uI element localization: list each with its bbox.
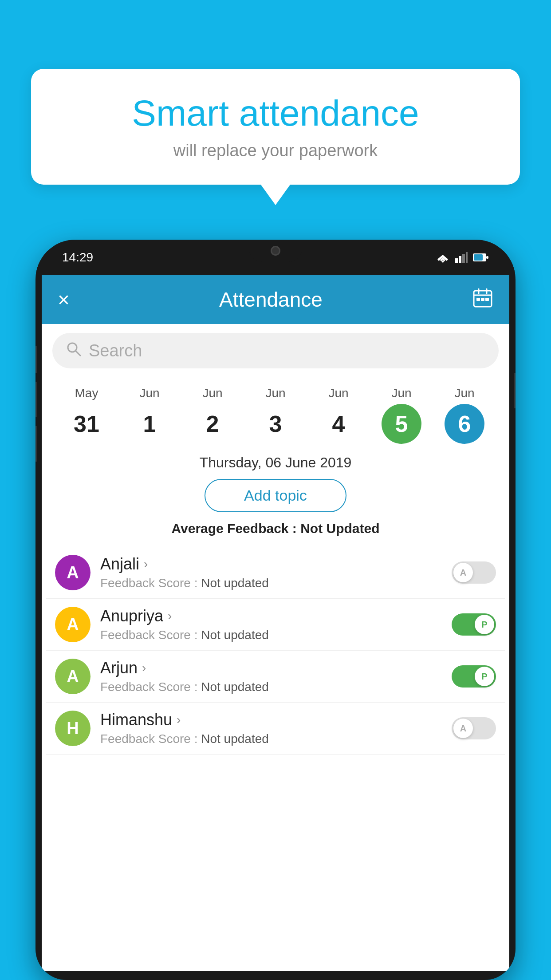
chevron-right-icon: ›	[144, 557, 148, 571]
toggle-knob: A	[453, 563, 473, 582]
svg-rect-5	[462, 254, 465, 263]
student-feedback: Feedback Score : Not updated	[100, 732, 442, 746]
student-info: Arjun ›Feedback Score : Not updated	[100, 659, 442, 694]
bubble-title: Smart attendance	[58, 93, 493, 133]
toggle-knob: P	[475, 615, 494, 634]
chevron-right-icon: ›	[142, 661, 146, 675]
svg-point-2	[442, 261, 444, 263]
toggle-switch[interactable]: P	[452, 613, 496, 636]
svg-rect-6	[466, 252, 468, 263]
signal-icon	[455, 252, 468, 263]
chevron-right-icon: ›	[168, 609, 172, 623]
toggle-knob: A	[453, 719, 473, 738]
volume-down-button[interactable]	[35, 426, 37, 462]
student-item[interactable]: AAnjali ›Feedback Score : Not updatedA	[46, 547, 505, 599]
svg-rect-14	[476, 298, 480, 301]
toggle-knob: P	[475, 667, 494, 686]
cal-day-number: 31	[67, 404, 106, 444]
cal-month-label: Jun	[202, 386, 222, 400]
student-item[interactable]: AArjun ›Feedback Score : Not updatedP	[46, 651, 505, 703]
student-feedback: Feedback Score : Not updated	[100, 680, 442, 694]
student-info: Anjali ›Feedback Score : Not updated	[100, 555, 442, 590]
search-bar[interactable]: Search	[52, 333, 499, 368]
cal-month-label: May	[75, 386, 98, 400]
average-feedback: Average Feedback : Not Updated	[42, 521, 509, 536]
attendance-toggle[interactable]: P	[452, 665, 496, 688]
svg-rect-16	[485, 298, 489, 301]
avatar: A	[55, 555, 91, 590]
phone-notch	[249, 240, 302, 262]
status-time: 14:29	[62, 250, 93, 265]
student-feedback: Feedback Score : Not updated	[100, 576, 442, 590]
volume-up-button[interactable]	[35, 382, 37, 417]
calendar-day-item[interactable]: Jun2	[181, 386, 244, 444]
attendance-toggle[interactable]: P	[452, 613, 496, 636]
avg-feedback-label: Average Feedback :	[171, 521, 300, 536]
calendar-strip: May31Jun1Jun2Jun3Jun4Jun5Jun6	[42, 377, 509, 448]
search-input[interactable]: Search	[89, 341, 142, 360]
search-icon	[66, 341, 82, 361]
student-item[interactable]: AAnupriya ›Feedback Score : Not updatedP	[46, 599, 505, 651]
cal-month-label: Jun	[454, 386, 474, 400]
close-button[interactable]: ×	[58, 288, 70, 312]
svg-rect-9	[486, 256, 488, 259]
wifi-icon	[436, 252, 450, 263]
phone-screen: × Attendance	[42, 275, 509, 971]
header-title: Attendance	[219, 288, 323, 312]
calendar-day-item[interactable]: Jun3	[244, 386, 307, 444]
mute-button[interactable]	[35, 346, 37, 373]
calendar-icon[interactable]	[472, 287, 493, 312]
avatar: H	[55, 711, 91, 746]
toggle-switch[interactable]: A	[452, 717, 496, 739]
chevron-right-icon: ›	[177, 713, 181, 727]
cal-day-number: 2	[193, 404, 232, 444]
svg-rect-8	[474, 254, 483, 261]
svg-rect-3	[455, 258, 458, 263]
calendar-day-item[interactable]: May31	[55, 386, 118, 444]
power-button[interactable]	[514, 373, 516, 408]
status-bar: 14:29	[35, 240, 516, 275]
attendance-toggle[interactable]: A	[452, 717, 496, 739]
student-info: Himanshu ›Feedback Score : Not updated	[100, 711, 442, 746]
battery-icon	[473, 252, 489, 263]
cal-month-label: Jun	[265, 386, 285, 400]
avatar: A	[55, 607, 91, 642]
cal-month-label: Jun	[328, 386, 348, 400]
status-icons	[436, 252, 489, 263]
student-name[interactable]: Anupriya ›	[100, 607, 442, 625]
svg-rect-15	[481, 298, 484, 301]
app-header: × Attendance	[42, 275, 509, 324]
student-item[interactable]: HHimanshu ›Feedback Score : Not updatedA	[46, 703, 505, 755]
add-topic-button[interactable]: Add topic	[205, 479, 346, 512]
student-name[interactable]: Arjun ›	[100, 659, 442, 677]
front-camera	[271, 246, 280, 256]
cal-day-number: 6	[445, 404, 484, 444]
calendar-day-item[interactable]: Jun4	[307, 386, 370, 444]
avatar: A	[55, 659, 91, 694]
toggle-switch[interactable]: P	[452, 665, 496, 688]
selected-date: Thursday, 06 June 2019	[42, 454, 509, 471]
speech-bubble: Smart attendance will replace your paper…	[31, 69, 520, 185]
calendar-day-item[interactable]: Jun5	[370, 386, 433, 444]
cal-day-number: 4	[319, 404, 358, 444]
bubble-subtitle: will replace your paperwork	[58, 141, 493, 160]
cal-month-label: Jun	[139, 386, 159, 400]
calendar-day-item[interactable]: Jun6	[433, 386, 496, 444]
cal-day-number: 5	[382, 404, 421, 444]
cal-month-label: Jun	[391, 386, 411, 400]
cal-day-number: 1	[130, 404, 169, 444]
attendance-toggle[interactable]: A	[452, 561, 496, 584]
avg-feedback-value: Not Updated	[300, 521, 379, 536]
svg-line-18	[76, 351, 80, 356]
phone-frame: 14:29	[35, 240, 516, 980]
student-info: Anupriya ›Feedback Score : Not updated	[100, 607, 442, 642]
student-feedback: Feedback Score : Not updated	[100, 628, 442, 642]
student-name[interactable]: Himanshu ›	[100, 711, 442, 729]
student-list: AAnjali ›Feedback Score : Not updatedAAA…	[42, 547, 509, 755]
cal-day-number: 3	[256, 404, 295, 444]
student-name[interactable]: Anjali ›	[100, 555, 442, 573]
svg-rect-4	[459, 256, 461, 263]
calendar-day-item[interactable]: Jun1	[118, 386, 181, 444]
toggle-switch[interactable]: A	[452, 561, 496, 584]
